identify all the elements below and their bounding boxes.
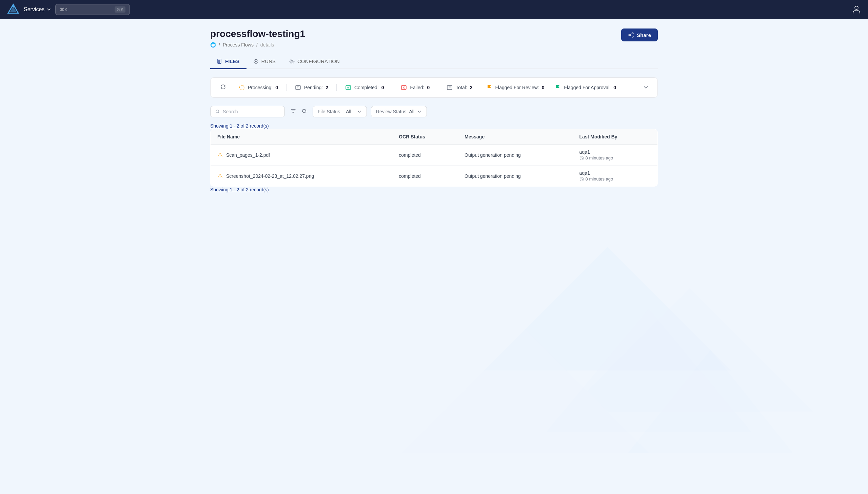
records-count-bottom[interactable]: Showing 1 - 2 of 2 record(s) [210, 187, 269, 192]
file-status-label: File Status [318, 109, 340, 114]
tab-runs-label: RUNS [261, 58, 276, 64]
svg-marker-35 [546, 309, 752, 432]
file-search-input[interactable] [223, 109, 280, 114]
cell-message: Output generation pending [458, 145, 573, 166]
stat-flagged-review: Flagged For Review: 0 [481, 84, 550, 91]
svg-point-5 [629, 34, 630, 36]
svg-point-3 [855, 6, 858, 10]
review-status-label: Review Status [376, 109, 406, 114]
cell-modified-by: aqa1 8 minutes ago [573, 166, 658, 187]
flagged-approval-label: Flagged For Approval: [564, 85, 611, 90]
refresh-button[interactable] [219, 82, 228, 93]
filter-button[interactable] [289, 107, 298, 117]
page-title: processflow-testing1 [210, 28, 305, 39]
table-row[interactable]: ⚠ Screenshot_2024-02-23_at_12.02.27.png … [211, 166, 658, 187]
svg-line-25 [218, 112, 219, 113]
modified-time: 8 minutes ago [579, 176, 651, 182]
background-decoration [347, 247, 868, 494]
cell-ocr-status: completed [392, 145, 458, 166]
share-button[interactable]: Share [621, 28, 658, 41]
review-status-chevron-icon [417, 109, 422, 114]
stat-total: Total: 2 [438, 84, 481, 91]
svg-line-7 [630, 34, 632, 35]
filter-icon-group [289, 107, 309, 117]
warning-icon: ⚠ [217, 172, 223, 180]
tab-runs[interactable]: RUNS [246, 54, 283, 69]
review-status-dropdown[interactable]: Review Status All [371, 106, 427, 117]
svg-marker-34 [628, 350, 793, 453]
failed-label: Failed: [410, 85, 424, 90]
file-name-text: Screenshot_2024-02-23_at_12.02.27.png [226, 173, 314, 179]
completed-value: 0 [381, 85, 384, 90]
flagged-approval-value: 0 [613, 85, 616, 90]
total-icon [446, 84, 453, 91]
modified-time-text: 8 minutes ago [586, 155, 613, 160]
page-header: processflow-testing1 🌐 / Process Flows /… [210, 28, 658, 48]
user-profile-button[interactable] [852, 4, 861, 15]
title-section: processflow-testing1 🌐 / Process Flows /… [210, 28, 305, 48]
table-row[interactable]: ⚠ Scan_pages_1-2.pdf completedOutput gen… [211, 145, 658, 166]
stat-completed: Completed: 0 [337, 84, 392, 91]
svg-line-8 [630, 35, 632, 36]
failed-icon [400, 84, 407, 91]
records-count-top[interactable]: Showing 1 - 2 of 2 record(s) [210, 123, 269, 129]
global-search-box: ⌘K [55, 4, 130, 15]
col-ocr-status: OCR Status [392, 129, 458, 145]
file-search-wrap [210, 106, 285, 117]
table-header: File Name OCR Status Message Last Modifi… [211, 129, 658, 145]
file-status-dropdown[interactable]: File Status All [313, 106, 367, 117]
cell-filename: ⚠ Scan_pages_1-2.pdf [211, 145, 392, 166]
processing-label: Processing: [248, 85, 273, 90]
cell-ocr-status: completed [392, 166, 458, 187]
share-icon [628, 32, 634, 38]
flagged-review-label: Flagged For Review: [495, 85, 539, 90]
files-table: File Name OCR Status Message Last Modifi… [210, 129, 658, 187]
services-dropdown-button[interactable]: Services [24, 6, 51, 13]
stat-failed: Failed: 0 [392, 84, 438, 91]
cell-modified-by: aqa1 8 minutes ago [573, 145, 658, 166]
cell-message: Output generation pending [458, 166, 573, 187]
total-label: Total: [456, 85, 467, 90]
top-navigation: Services ⌘K [0, 0, 868, 19]
user-icon [852, 4, 861, 14]
services-label: Services [24, 6, 44, 13]
breadcrumb-separator-2: / [256, 42, 258, 48]
chevron-down-icon [46, 7, 51, 12]
breadcrumb-separator-1: / [219, 42, 220, 48]
tab-files[interactable]: FILES [210, 54, 246, 69]
stat-flagged-approval: Flagged For Approval: 0 [550, 84, 622, 91]
processing-icon [238, 84, 245, 91]
svg-point-4 [632, 33, 633, 34]
search-shortcut: ⌘K [115, 6, 125, 13]
tab-configuration[interactable]: CONFIGURATION [282, 54, 347, 69]
clock-icon [579, 177, 584, 182]
completed-label: Completed: [354, 85, 379, 90]
breadcrumb-home-icon[interactable]: 🌐 [210, 42, 216, 48]
filter-icon [290, 108, 296, 114]
svg-point-2 [12, 5, 14, 7]
svg-rect-21 [447, 86, 452, 90]
svg-point-6 [632, 36, 633, 37]
modified-user: aqa1 [579, 170, 651, 176]
breadcrumb-process-flows[interactable]: Process Flows [223, 42, 254, 48]
total-value: 2 [470, 85, 473, 90]
chevron-down-icon [643, 84, 649, 91]
processing-value: 0 [275, 85, 278, 90]
global-search-input[interactable] [60, 7, 112, 12]
review-status-value: All [409, 109, 414, 114]
modified-time-text: 8 minutes ago [586, 176, 613, 182]
pending-icon [295, 84, 301, 91]
stat-processing: Processing: 0 [230, 84, 287, 91]
stats-expand-button[interactable] [643, 84, 649, 92]
filter-refresh-icon [301, 108, 307, 114]
file-status-chevron-icon [357, 109, 362, 114]
flag-review-icon [487, 84, 493, 91]
flag-approval-icon [555, 84, 561, 91]
svg-rect-19 [346, 86, 351, 90]
svg-marker-33 [402, 329, 649, 453]
stats-bar: Processing: 0 Pending: 2 Completed: 0 [210, 77, 658, 98]
filter-refresh-button[interactable] [300, 107, 309, 117]
table-body: ⚠ Scan_pages_1-2.pdf completedOutput gen… [211, 145, 658, 187]
modified-time: 8 minutes ago [579, 155, 651, 160]
pending-label: Pending: [304, 85, 323, 90]
